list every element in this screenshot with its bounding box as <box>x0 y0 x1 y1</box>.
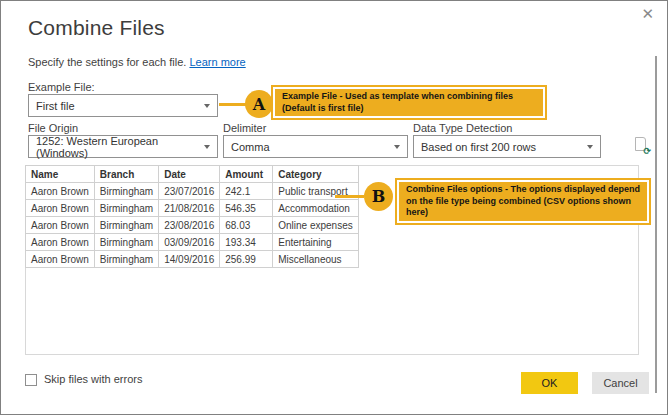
delimiter-dropdown[interactable]: Comma <box>223 135 408 158</box>
skip-files-checkbox[interactable] <box>25 374 37 386</box>
data-type-detection-label: Data Type Detection <box>413 122 512 134</box>
chevron-down-icon <box>204 145 210 149</box>
subtitle-text: Specify the settings for each file. <box>28 56 186 68</box>
table-cell: Birmingham <box>94 183 158 200</box>
callout-a-line1: Example File - Used as template when com… <box>282 91 536 103</box>
column-header-amount: Amount <box>220 166 273 183</box>
table-cell: Miscellaneous <box>273 251 359 268</box>
column-header-date: Date <box>159 166 220 183</box>
data-type-detection-dropdown[interactable]: Based on first 200 rows <box>413 135 601 158</box>
skip-files-label[interactable]: Skip files with errors <box>44 373 142 385</box>
file-origin-dropdown[interactable]: 1252: Western European (Windows) <box>28 135 218 158</box>
file-origin-value: 1252: Western European (Windows) <box>36 135 199 159</box>
callout-b-text: Combine Files options - The options disp… <box>399 182 647 221</box>
learn-more-link[interactable]: Learn more <box>189 56 245 68</box>
table-cell: Aaron Brown <box>26 183 95 200</box>
table-cell: Online expenses <box>273 217 359 234</box>
table-cell: Birmingham <box>94 217 158 234</box>
table-cell: 21/08/2016 <box>159 200 220 217</box>
table-cell: 242.1 <box>220 183 273 200</box>
table-cell: Birmingham <box>94 200 158 217</box>
callout-a-connector <box>219 103 247 106</box>
callout-a-badge: A <box>245 90 273 118</box>
ok-button[interactable]: OK <box>521 372 578 394</box>
cancel-button[interactable]: Cancel <box>592 372 649 394</box>
table-row: Aaron Brown Birmingham 23/08/2016 68.03 … <box>26 217 359 234</box>
callout-b-connector <box>335 195 364 198</box>
page-title: Combine Files <box>28 16 165 40</box>
column-header-category: Category <box>273 166 359 183</box>
table-cell: Entertaining <box>273 234 359 251</box>
callout-b-badge: B <box>364 182 393 211</box>
table-cell: Aaron Brown <box>26 234 95 251</box>
table-cell: Aaron Brown <box>26 200 95 217</box>
example-file-dropdown[interactable]: First file <box>28 94 218 117</box>
table-cell: 546.35 <box>220 200 273 217</box>
refresh-preview-icon[interactable]: ⟳ <box>635 137 649 154</box>
dialog-subtitle: Specify the settings for each file. Lear… <box>28 56 246 68</box>
chevron-down-icon <box>394 145 400 149</box>
chevron-down-icon <box>587 145 593 149</box>
vertical-scrollbar[interactable] <box>655 56 657 393</box>
table-row: Aaron Brown Birmingham 23/07/2016 242.1 … <box>26 183 359 200</box>
refresh-arrow-icon: ⟳ <box>643 147 651 156</box>
file-origin-label: File Origin <box>28 122 78 134</box>
table-row: Aaron Brown Birmingham 03/09/2016 193.34… <box>26 234 359 251</box>
table-cell: Aaron Brown <box>26 217 95 234</box>
callout-a-line2: (Default is first file) <box>282 103 536 115</box>
example-file-label: Example File: <box>28 81 95 93</box>
table-cell: 03/09/2016 <box>159 234 220 251</box>
data-type-detection-value: Based on first 200 rows <box>421 141 536 153</box>
callout-a-letter: A <box>253 95 265 114</box>
table-cell: Birmingham <box>94 234 158 251</box>
table-cell: 14/09/2016 <box>159 251 220 268</box>
combine-files-dialog: ✕ Combine Files Specify the settings for… <box>0 0 668 415</box>
preview-table: Name Branch Date Amount Category Aaron B… <box>25 165 359 268</box>
table-cell: Accommodation <box>273 200 359 217</box>
close-icon[interactable]: ✕ <box>641 6 654 21</box>
callout-a-box: Example File - Used as template when com… <box>271 85 547 120</box>
table-cell: 23/08/2016 <box>159 217 220 234</box>
delimiter-label: Delimiter <box>223 122 266 134</box>
delimiter-value: Comma <box>231 141 270 153</box>
table-cell: Aaron Brown <box>26 251 95 268</box>
callout-b-letter: B <box>372 187 386 206</box>
table-cell: Birmingham <box>94 251 158 268</box>
chevron-down-icon <box>204 104 210 108</box>
example-file-value: First file <box>36 100 75 112</box>
column-header-branch: Branch <box>94 166 158 183</box>
table-header-row: Name Branch Date Amount Category <box>26 166 359 183</box>
table-cell: 68.03 <box>220 217 273 234</box>
table-cell: 23/07/2016 <box>159 183 220 200</box>
callout-b-box: Combine Files options - The options disp… <box>395 178 651 225</box>
column-header-name: Name <box>26 166 95 183</box>
table-row: Aaron Brown Birmingham 14/09/2016 256.99… <box>26 251 359 268</box>
table-row: Aaron Brown Birmingham 21/08/2016 546.35… <box>26 200 359 217</box>
table-cell: 256.99 <box>220 251 273 268</box>
table-cell: 193.34 <box>220 234 273 251</box>
